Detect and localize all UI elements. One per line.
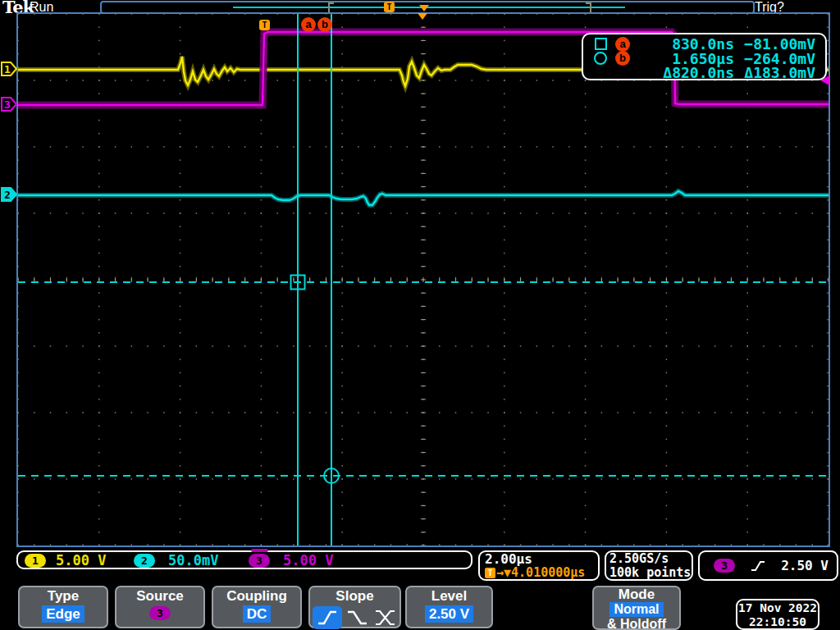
menu-coupling-button[interactable]: Coupling DC (212, 586, 302, 628)
record-length: 100k points (609, 566, 692, 580)
type-label: Type (20, 587, 107, 605)
type-value: Edge (42, 605, 84, 623)
svg-text:3: 3 (4, 98, 11, 111)
svg-text:2: 2 (4, 189, 11, 201)
slope-label: Slope (310, 587, 399, 605)
cursor-a-square-icon (590, 38, 611, 50)
cursor-a-label[interactable]: a (301, 17, 316, 32)
slope-either-icon[interactable] (373, 609, 398, 627)
sample-rate: 2.50GS/s (609, 552, 692, 566)
oscilloscope-screen: Tek Run Trig? T T a b 1 3 2 a 830.0ns −8… (0, 0, 840, 630)
date-value: 17 Nov 2022 (737, 601, 818, 615)
cursor-delta-voltage: Δ183.0mV (734, 64, 825, 81)
cursor-a-badge: a (615, 37, 630, 52)
trigger-source-badge: 3 (714, 559, 735, 573)
coupling-value: DC (243, 605, 272, 623)
level-value: 2.50 V (425, 605, 473, 623)
record-expansion-point-icon (419, 5, 429, 11)
ch1-badge: 1 (25, 554, 46, 568)
trigger-delay: 4.010000µs (511, 565, 585, 580)
ch3-position-marker[interactable]: 3 (1, 97, 17, 112)
timebase-scale: 2.00µs (485, 552, 598, 566)
ch1-scale: 5.00 V (56, 552, 106, 569)
cursor-readout-box: a 830.0ns −81.00mV b 1.650µs −264.0mV Δ8… (582, 33, 827, 80)
cursor-b-label[interactable]: b (317, 17, 332, 32)
cursor-b-circle-icon (590, 52, 611, 65)
menu-slope-button[interactable]: Slope (308, 586, 401, 628)
record-trigger-t-flag: T (384, 2, 395, 12)
mode-value-line2: & Holdoff (594, 617, 679, 630)
source-value-badge: 3 (149, 606, 171, 620)
expansion-point-icon (418, 13, 427, 20)
trigger-readout: 3 2.50 V (698, 550, 838, 581)
horizontal-readout: 2.00µs T →▼ 4.010000µs (478, 550, 600, 581)
record-line (233, 7, 625, 8)
trigger-point-t-flag[interactable]: T (259, 20, 270, 30)
menu-source-button[interactable]: Source 3 (115, 586, 205, 628)
trigger-level-value: 2.50 V (781, 558, 829, 573)
ch2-position-marker[interactable]: 2 (1, 187, 17, 202)
cursor-delta-time: Δ820.0ns (634, 64, 734, 81)
waveform-display[interactable] (18, 14, 829, 546)
menu-type-button[interactable]: Type Edge (18, 586, 108, 628)
coupling-label: Coupling (213, 587, 300, 605)
acquisition-readout: 2.50GS/s 100k points (605, 550, 693, 581)
mode-value: Normal (609, 602, 663, 617)
trigger-t-icon: T (485, 568, 495, 578)
menu-mode-button[interactable]: Mode Normal & Holdoff (592, 586, 681, 630)
ch3-scale: 5.00 V (283, 552, 333, 569)
ch3-badge: 3 (249, 554, 270, 568)
source-label: Source (116, 587, 203, 605)
mode-label: Mode (594, 587, 679, 602)
cursor-b-badge: b (615, 51, 630, 66)
graticule (16, 12, 830, 547)
cursor-delta-row: Δ820.0ns Δ183.0mV (583, 66, 825, 80)
svg-text:1: 1 (4, 63, 11, 75)
slope-rising-icon[interactable] (313, 606, 342, 629)
level-label: Level (407, 587, 491, 605)
delay-arrows: →▼ (496, 565, 511, 580)
datetime-box: 17 Nov 2022 22:10:50 (736, 599, 819, 630)
ch1-position-marker[interactable]: 1 (1, 62, 17, 76)
magenta-marker (251, 549, 268, 552)
ch2-scale: 50.0mV (168, 552, 218, 569)
menu-level-button[interactable]: Level 2.50 V (405, 586, 493, 628)
rising-edge-icon (750, 559, 766, 573)
channel-scale-readout: 1 5.00 V 2 50.0mV 3 5.00 V (16, 550, 472, 569)
ch2-badge: 2 (134, 554, 155, 568)
slope-falling-icon[interactable] (345, 609, 370, 627)
time-value: 22:10:50 (737, 615, 818, 629)
